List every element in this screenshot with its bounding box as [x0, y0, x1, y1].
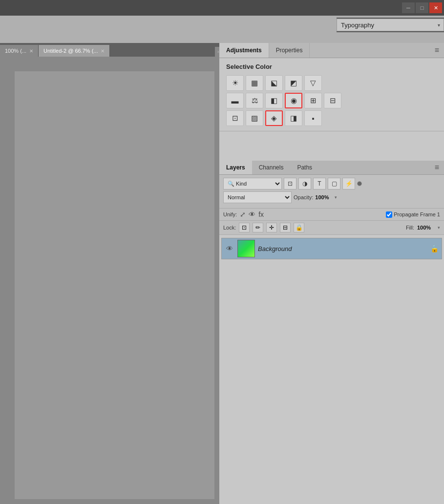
tab-properties[interactable]: Properties	[269, 43, 310, 58]
vibrance-icon[interactable]: ▽	[304, 75, 322, 91]
layer-filter-type-icon[interactable]: T	[313, 178, 326, 189]
color-lookup-icon[interactable]: ⊟	[324, 93, 341, 108]
tab-layers[interactable]: Layers	[219, 161, 252, 174]
panel-title: Selective Color	[226, 63, 437, 70]
tab-2-label: Untitled-2 @ 66.7% (...	[43, 48, 98, 54]
layer-filter-pixel-icon[interactable]: ⊡	[284, 178, 296, 189]
propagate-label: Propagate Frame 1	[394, 211, 440, 217]
unify-visibility-icon[interactable]: 👁	[249, 210, 255, 218]
window-controls: ─ □ ✕	[402, 2, 444, 13]
adj-row-2: ▬ ⚖ ◧ ◉ ⊞ ⊟	[226, 93, 437, 108]
unify-row: Unify: ⤢ 👁 fx Propagate Frame 1	[219, 209, 444, 221]
lock-row: Lock: ⊡ ✏ ✛ ⊟ 🔒 Fill: 100% ▾	[219, 221, 444, 235]
layers-list: 👁 Background 🔒	[219, 235, 444, 262]
posterize-icon[interactable]: ▨	[246, 110, 263, 126]
minimize-button[interactable]: ─	[402, 2, 415, 13]
invert-icon[interactable]: ⊡	[226, 110, 244, 126]
tab-2-close-icon[interactable]: ✕	[101, 48, 105, 54]
tab-document-1[interactable]: 100% (... ✕	[0, 45, 39, 57]
channel-mixer-icon[interactable]: ⊞	[304, 93, 322, 108]
tab-adjustments[interactable]: Adjustments	[219, 43, 269, 58]
hsl-icon[interactable]: ▬	[226, 93, 244, 108]
tab-1-label: 100% (...	[5, 48, 26, 54]
layer-filter-shape-icon[interactable]: ▢	[328, 178, 340, 189]
lock-transparent-pixels-icon[interactable]: ⊡	[239, 223, 250, 232]
fill-label: Fill:	[406, 225, 414, 231]
lock-artboard-icon[interactable]: ⊟	[280, 223, 291, 232]
workspace-selector-wrap: Typography Essentials 3D Motion Painting…	[337, 18, 444, 32]
photo-filter-icon[interactable]: ◉	[285, 93, 302, 108]
gradient-map-icon[interactable]: ◨	[285, 110, 302, 126]
close-button[interactable]: ✕	[429, 2, 442, 13]
bw-icon[interactable]: ◧	[265, 93, 283, 108]
propagate-checkbox[interactable]	[386, 211, 392, 218]
layer-filter-adjustment-icon[interactable]: ◑	[298, 178, 311, 189]
opacity-label: Opacity:	[294, 194, 313, 200]
kind-dot	[357, 181, 362, 186]
canvas-area	[0, 57, 219, 504]
unify-label: Unify:	[223, 211, 237, 217]
exposure-icon[interactable]: ◩	[285, 75, 302, 91]
opacity-chevron-icon: ▾	[335, 195, 337, 200]
layer-item-background[interactable]: 👁 Background 🔒	[221, 238, 442, 259]
kind-row: 🔍 Kind ⊡ ◑ T ▢ ⚡	[223, 178, 440, 189]
lock-label: Lock:	[223, 225, 236, 231]
layer-eye-icon[interactable]: 👁	[225, 244, 234, 253]
adj-icons-grid: ☀ ▦ ⬕ ◩ ▽ ▬ ⚖ ◧ ◉ ⊞ ⊟ ⊡ ▨	[226, 75, 437, 126]
layer-thumbnail	[237, 240, 255, 257]
unify-style-icon[interactable]: fx	[258, 210, 264, 218]
panel-content: Selective Color ☀ ▦ ⬕ ◩ ▽ ▬ ⚖ ◧ ◉ ⊞ ⊟	[219, 58, 444, 131]
brightness-contrast-icon[interactable]: ☀	[226, 75, 244, 91]
opacity-value: 100%	[315, 194, 333, 200]
lock-all-icon[interactable]: 🔒	[294, 223, 304, 232]
workspace-select[interactable]: Typography Essentials 3D Motion Painting…	[337, 19, 444, 31]
levels-icon[interactable]: ▦	[246, 75, 263, 91]
blend-mode-select[interactable]: Normal	[223, 191, 292, 203]
adj-row-1: ☀ ▦ ⬕ ◩ ▽	[226, 75, 437, 91]
unify-position-icon[interactable]: ⤢	[240, 210, 246, 218]
layer-name: Background	[258, 245, 427, 252]
tab-channels[interactable]: Channels	[252, 161, 291, 174]
layers-menu-icon[interactable]: ≡	[430, 161, 444, 174]
panel-menu-icon[interactable]: ≡	[430, 44, 444, 57]
selective-color-icon[interactable]: ▪	[304, 110, 322, 126]
layer-filter-smartobject-icon[interactable]: ⚡	[342, 178, 355, 189]
layer-lock-icon: 🔒	[430, 245, 439, 252]
canvas-inner	[15, 71, 214, 499]
layers-panel: Layers Channels Paths ≡ 🔍 Kind ⊡ ◑ T ▢ ⚡	[219, 161, 444, 262]
layer-controls: 🔍 Kind ⊡ ◑ T ▢ ⚡ Normal Opacity: 100% ▾	[219, 175, 444, 209]
adjustments-panel: Adjustments Properties ≡ Selective Color…	[219, 43, 444, 131]
curves-icon[interactable]: ⬕	[265, 75, 283, 91]
title-bar: ─ □ ✕	[0, 0, 444, 16]
right-panels: Adjustments Properties ≡ Selective Color…	[219, 43, 444, 504]
lock-position-icon[interactable]: ✛	[266, 223, 277, 232]
tab-1-close-icon[interactable]: ✕	[29, 48, 33, 54]
fill-value: 100%	[417, 225, 435, 231]
tab-document-2[interactable]: Untitled-2 @ 66.7% (... ✕	[39, 45, 110, 57]
propagate-check: Propagate Frame 1	[386, 211, 440, 218]
color-balance-icon[interactable]: ⚖	[246, 93, 263, 108]
blend-opacity-row: Normal Opacity: 100% ▾	[223, 191, 440, 203]
lock-image-pixels-icon[interactable]: ✏	[253, 223, 263, 232]
fill-chevron-icon: ▾	[438, 225, 440, 230]
tab-paths[interactable]: Paths	[290, 161, 319, 174]
maximize-button[interactable]: □	[416, 2, 428, 13]
threshold-icon[interactable]: ◈	[265, 110, 283, 126]
layers-tabs: Layers Channels Paths ≡	[219, 161, 444, 175]
panel-tabs: Adjustments Properties ≡	[219, 43, 444, 58]
kind-select[interactable]: 🔍 Kind	[223, 178, 282, 189]
adj-row-3: ⊡ ▨ ◈ ◨ ▪	[226, 110, 437, 126]
